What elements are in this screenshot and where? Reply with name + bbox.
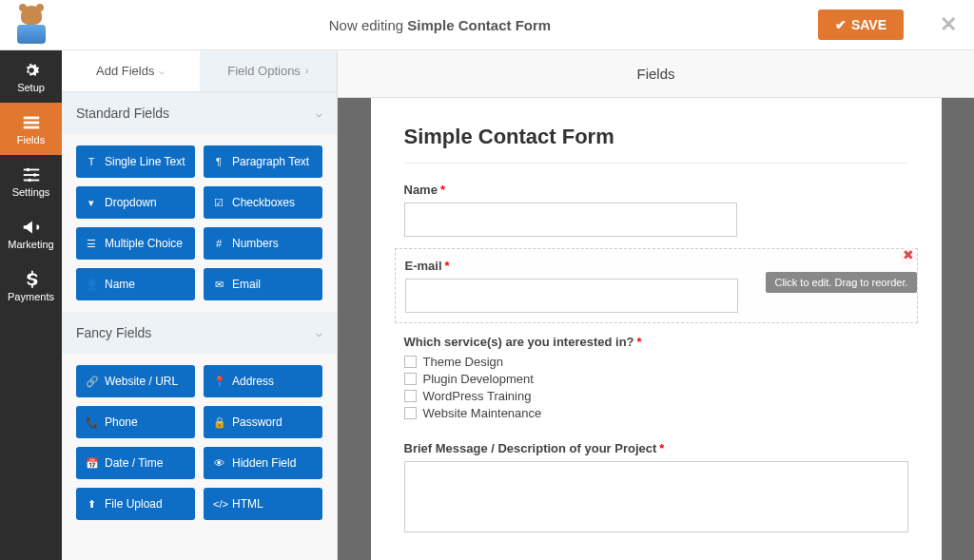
check-icon: ✔ xyxy=(835,17,847,32)
field-numbers[interactable]: #Numbers xyxy=(204,227,322,260)
nav-item-marketing[interactable]: Marketing xyxy=(0,207,62,260)
wpforms-logo-icon xyxy=(12,6,50,44)
chevron-right-icon: › xyxy=(305,66,308,76)
field-btn-label: Address xyxy=(232,375,274,388)
nav-item-payments[interactable]: Payments xyxy=(0,260,62,312)
field-website-url[interactable]: 🔗Website / URL xyxy=(76,365,195,397)
field-dropdown[interactable]: ▾Dropdown xyxy=(76,186,195,219)
dropdown-icon: ▾ xyxy=(86,197,97,209)
svg-rect-4 xyxy=(23,174,39,176)
field-label-text: Brief Message / Description of your Proj… xyxy=(404,441,657,455)
field-name[interactable]: 👤Name xyxy=(76,268,195,300)
form-canvas: Simple Contact Form Name* ✖ E-mail* Clic… xyxy=(371,98,942,560)
sliders-icon xyxy=(21,164,42,182)
editing-prefix: Now editing xyxy=(329,17,408,33)
field-btn-label: Password xyxy=(232,415,282,429)
fancy-fields-grid: 🔗Website / URL 📍Address 📞Phone 🔒Password… xyxy=(62,354,337,531)
tab-label: Field Options xyxy=(227,64,301,78)
tab-add-fields[interactable]: Add Fields ⌵ xyxy=(62,50,200,91)
lock-icon: 🔒 xyxy=(213,416,224,429)
checkbox-icon xyxy=(404,356,417,368)
checkbox-option[interactable]: Website Maintenance xyxy=(404,406,908,420)
field-single-line-text[interactable]: TSingle Line Text xyxy=(76,145,195,178)
field-phone[interactable]: 📞Phone xyxy=(76,406,195,438)
field-label-text: Name xyxy=(404,183,438,197)
dollar-icon xyxy=(21,269,42,286)
svg-point-8 xyxy=(28,179,31,183)
required-asterisk: * xyxy=(440,183,445,197)
field-email[interactable]: ✉Email xyxy=(204,268,322,300)
field-btn-label: Paragraph Text xyxy=(232,155,309,168)
field-btn-label: Website / URL xyxy=(105,375,178,388)
tab-field-options[interactable]: Field Options › xyxy=(200,50,338,91)
field-password[interactable]: 🔒Password xyxy=(204,406,322,438)
checkbox-option[interactable]: Theme Design xyxy=(404,355,908,369)
center-panel-title: Fields xyxy=(338,50,974,98)
eye-icon: 👁 xyxy=(213,457,224,469)
calendar-icon: 📅 xyxy=(86,457,97,470)
field-paragraph-text[interactable]: ¶Paragraph Text xyxy=(204,145,322,178)
field-file-upload[interactable]: ⬆File Upload xyxy=(76,488,195,520)
close-button[interactable]: ✕ xyxy=(923,12,974,37)
message-textarea[interactable] xyxy=(404,461,908,532)
form-field-services[interactable]: Which service(s) are you interested in?*… xyxy=(404,335,908,420)
email-input[interactable] xyxy=(405,279,738,313)
nav-item-label: Setup xyxy=(17,82,45,93)
section-fancy-fields[interactable]: Fancy Fields ⌵ xyxy=(62,312,337,354)
pin-icon: 📍 xyxy=(213,376,224,388)
chevron-down-icon: ⌵ xyxy=(316,327,322,339)
field-address[interactable]: 📍Address xyxy=(204,365,322,397)
fields-panel: Add Fields ⌵ Field Options › Standard Fi… xyxy=(62,50,338,560)
field-multiple-choice[interactable]: ☰Multiple Choice xyxy=(76,227,195,260)
phone-icon: 📞 xyxy=(86,416,97,429)
field-btn-label: Checkboxes xyxy=(232,196,295,209)
field-hidden[interactable]: 👁Hidden Field xyxy=(204,447,322,479)
bullhorn-icon xyxy=(21,217,42,234)
tab-label: Add Fields xyxy=(96,64,154,78)
field-btn-label: Single Line Text xyxy=(105,155,185,168)
section-standard-fields[interactable]: Standard Fields ⌵ xyxy=(62,92,337,134)
option-label: Theme Design xyxy=(423,355,504,369)
field-hover-tooltip: Click to edit. Drag to reorder. xyxy=(766,272,916,293)
save-button[interactable]: ✔ SAVE xyxy=(818,10,904,40)
svg-rect-0 xyxy=(23,117,39,120)
section-title: Fancy Fields xyxy=(76,325,151,340)
editing-title: Now editing Simple Contact Form xyxy=(62,17,818,33)
svg-point-7 xyxy=(32,173,36,177)
code-icon: </> xyxy=(213,498,224,510)
svg-rect-1 xyxy=(23,122,39,125)
field-btn-label: Hidden Field xyxy=(232,456,296,470)
checkbox-icon xyxy=(404,390,417,402)
field-btn-label: Dropdown xyxy=(105,196,157,209)
builder-area: Fields Simple Contact Form Name* ✖ E-mai… xyxy=(338,50,974,560)
field-btn-label: File Upload xyxy=(105,497,163,511)
field-label: Name* xyxy=(404,183,908,197)
section-title: Standard Fields xyxy=(76,106,169,121)
nav-item-label: Payments xyxy=(8,291,54,302)
chevron-down-icon: ⌵ xyxy=(159,66,165,76)
form-field-email[interactable]: ✖ E-mail* Click to edit. Drag to reorder… xyxy=(395,248,918,323)
option-label: Website Maintenance xyxy=(423,406,542,420)
field-html[interactable]: </>HTML xyxy=(204,488,322,520)
panel-scroll: Standard Fields ⌵ TSingle Line Text ¶Par… xyxy=(62,92,337,560)
paragraph-icon: ¶ xyxy=(213,156,224,167)
list-icon xyxy=(21,112,42,129)
field-date-time[interactable]: 📅Date / Time xyxy=(76,447,195,479)
form-title[interactable]: Simple Contact Form xyxy=(404,125,908,164)
field-btn-label: Phone xyxy=(105,415,138,429)
delete-field-button[interactable]: ✖ xyxy=(900,247,917,264)
nav-item-settings[interactable]: Settings xyxy=(0,155,62,207)
nav-item-fields[interactable]: Fields xyxy=(0,103,62,155)
field-btn-label: Date / Time xyxy=(105,456,163,470)
logo xyxy=(0,6,62,44)
checkbox-option[interactable]: WordPress Training xyxy=(404,389,908,403)
svg-rect-2 xyxy=(23,126,39,129)
checkbox-option[interactable]: Plugin Development xyxy=(404,372,908,386)
name-input[interactable] xyxy=(404,203,737,237)
field-label: Which service(s) are you interested in?* xyxy=(404,335,908,349)
nav-item-setup[interactable]: Setup xyxy=(0,50,62,103)
form-field-message[interactable]: Brief Message / Description of your Proj… xyxy=(404,441,908,535)
form-field-name[interactable]: Name* xyxy=(404,183,908,237)
delete-icon: ✖ xyxy=(903,247,914,262)
field-checkboxes[interactable]: ☑Checkboxes xyxy=(204,186,322,219)
